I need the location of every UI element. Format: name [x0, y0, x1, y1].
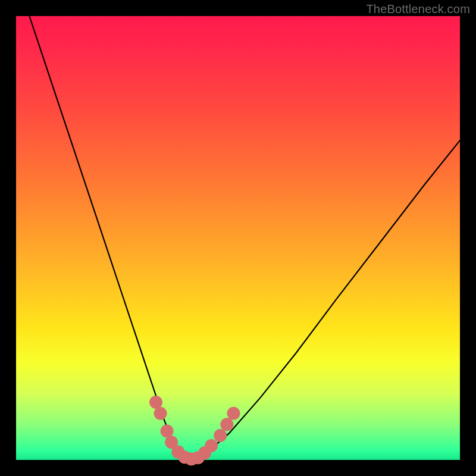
- highlight-dot: [205, 439, 218, 452]
- watermark-label: TheBottleneck.com: [366, 2, 470, 16]
- chart-svg: [16, 16, 460, 460]
- highlight-dot: [149, 396, 162, 409]
- bottleneck-curve: [29, 16, 460, 460]
- chart-plot-area: [16, 16, 460, 460]
- highlight-dot: [220, 418, 233, 431]
- highlight-dot: [227, 407, 240, 420]
- chart-frame: TheBottleneck.com: [0, 0, 476, 476]
- highlight-dot: [214, 429, 227, 442]
- highlight-dot: [154, 407, 167, 420]
- highlight-dots: [149, 396, 240, 466]
- highlight-dot: [161, 425, 174, 438]
